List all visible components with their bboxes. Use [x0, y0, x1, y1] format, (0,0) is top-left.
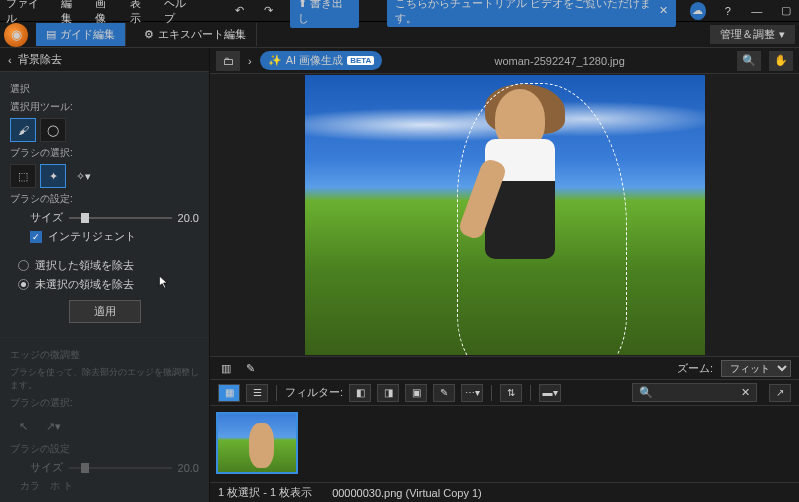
size2-slider: [69, 467, 172, 469]
compare-icon[interactable]: ▥: [218, 360, 234, 376]
select-tool-label: 選択用ツール:: [10, 100, 199, 114]
expert-icon: ⚙: [144, 28, 154, 41]
ai-icon: ✨: [268, 54, 282, 67]
filter-1[interactable]: ◧: [349, 384, 371, 402]
image-preview: [305, 75, 705, 355]
search-input[interactable]: [657, 387, 737, 399]
color-label: カラ ホ ト: [20, 479, 199, 493]
zoom-label: ズーム:: [677, 361, 713, 376]
panel-title: 背景除去: [18, 52, 62, 67]
chevron-right-icon: ›: [248, 55, 252, 67]
edge-refine-desc: ブラシを使って、除去部分のエッジを微調整します。: [10, 366, 199, 392]
menu-edit[interactable]: 編集: [61, 0, 82, 26]
sort-icon[interactable]: ⇅: [500, 384, 522, 402]
brush-settings-label: ブラシの設定:: [10, 192, 199, 206]
ai-image-gen-button[interactable]: ✨AI 画像生成BETA: [260, 51, 383, 70]
select-label: 選択: [10, 82, 199, 96]
brush-settings2-label: ブラシの設定: [10, 442, 199, 456]
filter-4[interactable]: ✎: [433, 384, 455, 402]
remove-selected-radio[interactable]: 選択した領域を除去: [18, 258, 199, 273]
export-icon: ⬆: [298, 0, 307, 9]
clear-search-icon[interactable]: ✕: [741, 386, 750, 399]
pen-icon[interactable]: ✎: [242, 360, 258, 376]
brush-select-tool[interactable]: 🖌: [10, 118, 36, 142]
edge-brush-1: ↖: [10, 414, 36, 438]
search-icon: 🔍: [639, 386, 653, 399]
status-filename: 00000030.png (Virtual Copy 1): [332, 487, 482, 499]
folder-icon[interactable]: 🗀: [216, 51, 240, 71]
external-icon[interactable]: ↗: [769, 384, 791, 402]
view-grid-icon[interactable]: ▦: [218, 384, 240, 402]
menu-help[interactable]: ヘルプ: [164, 0, 195, 26]
size-slider[interactable]: [69, 217, 172, 219]
stack-icon[interactable]: ▬▾: [539, 384, 561, 402]
hand-tool-icon[interactable]: ✋: [769, 51, 793, 71]
undo-icon[interactable]: ↶: [233, 3, 248, 19]
back-icon[interactable]: ‹: [8, 54, 12, 66]
app-logo: ◉: [4, 23, 28, 47]
chevron-down-icon: ▾: [779, 28, 785, 41]
menu-image[interactable]: 画像: [95, 0, 116, 26]
maximize-icon[interactable]: ▢: [778, 3, 793, 19]
tab-expert-edit[interactable]: ⚙エキスパート編集: [134, 23, 257, 46]
zoom-select[interactable]: フィット: [721, 360, 791, 377]
manage-adjust-button[interactable]: 管理＆調整 ▾: [710, 25, 795, 44]
guide-icon: ▤: [46, 28, 56, 41]
size2-label: サイズ: [30, 460, 63, 475]
edge-refine-header: エッジの微調整: [10, 348, 199, 362]
brush-select-label: ブラシの選択:: [10, 146, 199, 160]
tab-guided-edit[interactable]: ▤ガイド編集: [36, 23, 126, 46]
filter-3[interactable]: ▣: [405, 384, 427, 402]
thumbnail-1[interactable]: [216, 412, 298, 474]
menu-file[interactable]: ファイル: [6, 0, 47, 26]
redo-icon[interactable]: ↷: [261, 3, 276, 19]
apply-button[interactable]: 適用: [69, 300, 141, 323]
remove-unselected-radio[interactable]: 未選択の領域を除去: [18, 277, 199, 292]
size2-value: 20.0: [178, 462, 199, 474]
tutorial-banner[interactable]: こちらからチュートリアル ビデオをご覧いただけます。✕: [387, 0, 676, 27]
intelligent-checkbox[interactable]: ✓インテリジェント: [30, 229, 199, 244]
status-selection: 1 枚選択 - 1 枚表示: [218, 485, 312, 500]
size-value: 20.0: [178, 212, 199, 224]
size-label: サイズ: [30, 210, 63, 225]
edge-brush-2: ↗▾: [40, 414, 66, 438]
lasso-tool[interactable]: ◯: [40, 118, 66, 142]
search-box[interactable]: 🔍 ✕: [632, 383, 757, 402]
canvas-area[interactable]: [210, 74, 799, 356]
filter-more[interactable]: ⋯▾: [461, 384, 483, 402]
filter-2[interactable]: ◨: [377, 384, 399, 402]
cloud-icon[interactable]: ☁: [690, 2, 707, 20]
brush-mode-3[interactable]: ✧▾: [70, 164, 96, 188]
filename-label: woman-2592247_1280.jpg: [390, 55, 729, 67]
zoom-tool-icon[interactable]: 🔍: [737, 51, 761, 71]
filter-label: フィルター:: [285, 385, 343, 400]
export-button[interactable]: ⬆ 書き出し: [290, 0, 358, 28]
brush-mode-1[interactable]: ⬚: [10, 164, 36, 188]
brush-mode-2[interactable]: ✦: [40, 164, 66, 188]
help-icon[interactable]: ?: [720, 3, 735, 19]
selection-marquee: [457, 83, 627, 355]
menu-view[interactable]: 表示: [130, 0, 151, 26]
close-icon[interactable]: ✕: [659, 4, 668, 17]
view-list-icon[interactable]: ☰: [246, 384, 268, 402]
minimize-icon[interactable]: —: [749, 3, 764, 19]
brush-select2-label: ブラシの選択:: [10, 396, 199, 410]
